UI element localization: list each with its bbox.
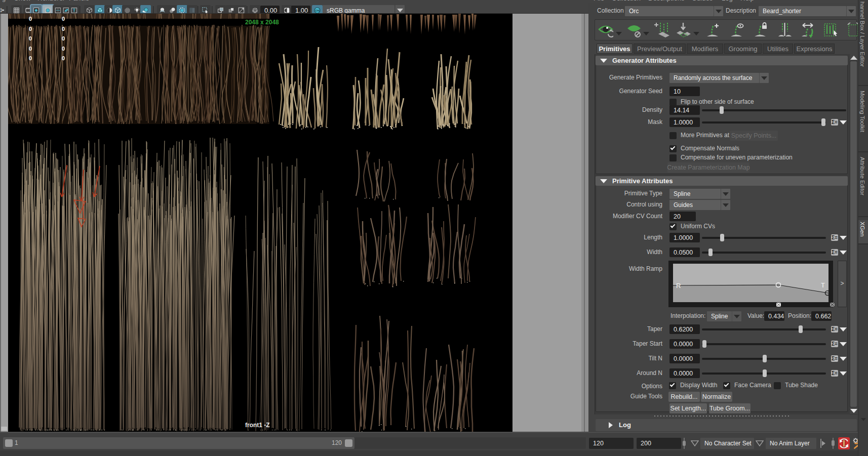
svg-text:0: 0 <box>62 16 65 22</box>
svg-text:0: 0 <box>29 35 32 42</box>
svg-text:0: 0 <box>62 35 65 42</box>
svg-text:0: 0 <box>62 55 65 61</box>
svg-text:0: 0 <box>29 46 32 52</box>
svg-text:0: 0 <box>62 46 65 52</box>
svg-text:2048 x 2048: 2048 x 2048 <box>245 19 279 26</box>
svg-text:R: R <box>676 282 681 289</box>
svg-text:T: T <box>73 8 76 13</box>
svg-text:front1 -Z: front1 -Z <box>245 422 270 429</box>
svg-text:0: 0 <box>29 55 32 61</box>
svg-text:T: T <box>821 281 825 289</box>
svg-text:0: 0 <box>29 26 32 32</box>
svg-text:ON: ON <box>315 9 320 12</box>
svg-text:0: 0 <box>62 26 65 32</box>
svg-text:0: 0 <box>29 16 32 22</box>
